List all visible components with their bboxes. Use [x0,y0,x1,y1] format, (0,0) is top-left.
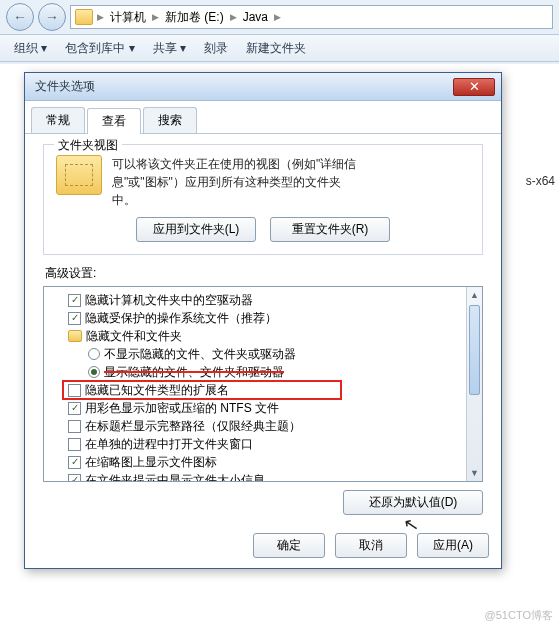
breadcrumb[interactable]: 新加卷 (E:) [163,9,226,26]
advanced-settings-label: 高级设置: [45,265,483,282]
tree-item[interactable]: 在标题栏显示完整路径（仅限经典主题） [44,417,482,435]
dialog-button-row: 确定 取消 应用(A) [25,527,501,568]
breadcrumb[interactable]: Java [241,10,270,24]
tree-item[interactable]: 不显示隐藏的文件、文件夹或驱动器 [44,345,482,363]
folder-options-dialog: 文件夹选项 ✕ 常规 查看 搜索 文件夹视图 可以将该文件夹正在使用的视图（例如… [24,72,502,569]
checkbox[interactable] [68,402,81,415]
cancel-button[interactable]: 取消 [335,533,407,558]
ok-button[interactable]: 确定 [253,533,325,558]
chevron-right-icon: ▶ [274,12,281,22]
tree-item-label: 隐藏计算机文件夹中的空驱动器 [85,292,253,308]
tab-view[interactable]: 查看 [87,108,141,134]
tree-item[interactable]: 在缩略图上显示文件图标 [44,453,482,471]
watermark: @51CTO博客 [485,608,553,623]
reset-folders-button[interactable]: 重置文件夹(R) [270,217,390,242]
tree-item-label: 在文件夹提示中显示文件大小信息 [85,472,265,482]
tree-item[interactable]: 在文件夹提示中显示文件大小信息 [44,471,482,482]
tree-item-label: 显示隐藏的文件、文件夹和驱动器 [104,364,284,380]
group-title: 文件夹视图 [54,137,122,154]
tree-item[interactable]: 隐藏文件和文件夹 [44,327,482,345]
tab-general[interactable]: 常规 [31,107,85,133]
scroll-down-icon[interactable]: ▼ [467,465,482,481]
explorer-toolbar: 组织 ▾ 包含到库中 ▾ 共享 ▾ 刻录 新建文件夹 [0,34,559,62]
chevron-right-icon: ▶ [152,12,159,22]
tree-item-label: 用彩色显示加密或压缩的 NTFS 文件 [85,400,279,416]
breadcrumb[interactable]: 计算机 [108,9,148,26]
tree-item-label: 隐藏文件和文件夹 [86,328,182,344]
tree-item[interactable]: 用彩色显示加密或压缩的 NTFS 文件 [44,399,482,417]
restore-defaults-button[interactable]: 还原为默认值(D) [343,490,483,515]
advanced-settings-tree[interactable]: 隐藏计算机文件夹中的空驱动器隐藏受保护的操作系统文件（推荐）隐藏文件和文件夹不显… [43,286,483,482]
tree-item-label: 隐藏受保护的操作系统文件（推荐） [85,310,277,326]
tree-item[interactable]: 隐藏已知文件类型的扩展名 [44,381,482,399]
checkbox[interactable] [68,312,81,325]
scroll-up-icon[interactable]: ▲ [467,287,482,303]
toolbar-item[interactable]: 刻录 [204,40,228,57]
tree-item[interactable]: 显示隐藏的文件、文件夹和驱动器 [44,363,482,381]
scrollbar[interactable]: ▲ ▼ [466,287,482,481]
tree-item[interactable]: 隐藏计算机文件夹中的空驱动器 [44,291,482,309]
radio[interactable] [88,348,100,360]
scroll-thumb[interactable] [469,305,480,395]
checkbox[interactable] [68,474,81,483]
view-panel: 文件夹视图 可以将该文件夹正在使用的视图（例如"详细信 息"或"图标"）应用到所… [25,134,501,527]
close-button[interactable]: ✕ [453,78,495,96]
folder-view-icon [56,155,102,195]
nav-forward-button[interactable]: → [38,3,66,31]
apply-button[interactable]: 应用(A) [417,533,489,558]
tree-item-label: 隐藏已知文件类型的扩展名 [85,382,229,398]
nav-row: ← → ▶ 计算机 ▶ 新加卷 (E:) ▶ Java ▶ [0,0,559,34]
dialog-title: 文件夹选项 [35,78,95,95]
folder-icon [68,330,82,342]
list-item[interactable]: s-x64 [526,174,555,188]
checkbox[interactable] [68,438,81,451]
tree-item-label: 不显示隐藏的文件、文件夹或驱动器 [104,346,296,362]
checkbox[interactable] [68,384,81,397]
tabs-row: 常规 查看 搜索 [25,101,501,134]
chevron-right-icon: ▶ [97,12,104,22]
dialog-titlebar[interactable]: 文件夹选项 ✕ [25,73,501,101]
apply-to-folders-button[interactable]: 应用到文件夹(L) [136,217,256,242]
radio[interactable] [88,366,100,378]
checkbox[interactable] [68,456,81,469]
folder-icon [75,9,93,25]
folder-view-group: 文件夹视图 可以将该文件夹正在使用的视图（例如"详细信 息"或"图标"）应用到所… [43,144,483,255]
close-icon: ✕ [469,80,480,93]
tree-item[interactable]: 在单独的进程中打开文件夹窗口 [44,435,482,453]
tree-item-label: 在单独的进程中打开文件夹窗口 [85,436,253,452]
nav-back-button[interactable]: ← [6,3,34,31]
tree-item-label: 在标题栏显示完整路径（仅限经典主题） [85,418,301,434]
checkbox[interactable] [68,420,81,433]
tree-item[interactable]: 隐藏受保护的操作系统文件（推荐） [44,309,482,327]
toolbar-item[interactable]: 组织 ▾ [14,40,47,57]
toolbar-item[interactable]: 包含到库中 ▾ [65,40,134,57]
chevron-right-icon: ▶ [230,12,237,22]
toolbar-item[interactable]: 共享 ▾ [153,40,186,57]
tab-search[interactable]: 搜索 [143,107,197,133]
address-bar[interactable]: ▶ 计算机 ▶ 新加卷 (E:) ▶ Java ▶ [70,5,553,29]
tree-item-label: 在缩略图上显示文件图标 [85,454,217,470]
view-description: 可以将该文件夹正在使用的视图（例如"详细信 息"或"图标"）应用到所有这种类型的… [112,155,356,209]
checkbox[interactable] [68,294,81,307]
toolbar-item[interactable]: 新建文件夹 [246,40,306,57]
